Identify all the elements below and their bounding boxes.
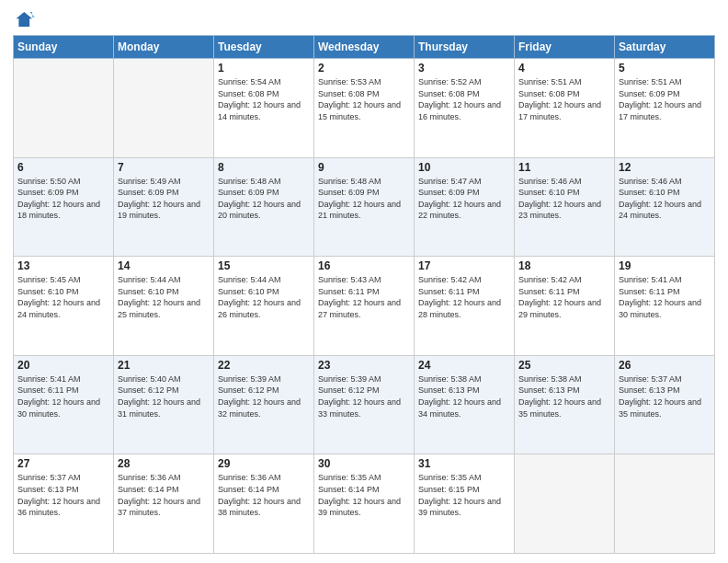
daylight-text: Daylight: 12 hours and 26 minutes. [218, 297, 310, 320]
sunset-text: Sunset: 6:11 PM [518, 286, 610, 298]
day-info: Sunrise: 5:50 AMSunset: 6:09 PMDaylight:… [17, 176, 109, 222]
day-info: Sunrise: 5:48 AMSunset: 6:09 PMDaylight:… [218, 176, 310, 222]
daylight-text: Daylight: 12 hours and 17 minutes. [518, 99, 610, 122]
calendar-cell: 3Sunrise: 5:52 AMSunset: 6:08 PMDaylight… [415, 59, 515, 158]
sunset-text: Sunset: 6:08 PM [318, 88, 410, 100]
sunrise-text: Sunrise: 5:47 AM [418, 176, 510, 188]
day-number: 20 [17, 359, 109, 372]
daylight-text: Daylight: 12 hours and 30 minutes. [619, 297, 711, 320]
sunrise-text: Sunrise: 5:38 AM [418, 373, 510, 385]
sunset-text: Sunset: 6:15 PM [418, 484, 510, 496]
day-number: 23 [318, 359, 410, 372]
calendar-cell: 12Sunrise: 5:46 AMSunset: 6:10 PMDayligh… [615, 157, 715, 257]
calendar-week-row: 13Sunrise: 5:45 AMSunset: 6:10 PMDayligh… [14, 257, 715, 356]
daylight-text: Daylight: 12 hours and 22 minutes. [418, 199, 510, 222]
sunrise-text: Sunrise: 5:36 AM [118, 472, 210, 484]
day-number: 21 [118, 359, 210, 372]
daylight-text: Daylight: 12 hours and 16 minutes. [418, 99, 510, 122]
sunrise-text: Sunrise: 5:46 AM [518, 176, 610, 188]
daylight-text: Daylight: 12 hours and 24 minutes. [17, 297, 109, 320]
day-info: Sunrise: 5:36 AMSunset: 6:14 PMDaylight:… [118, 472, 210, 518]
day-number: 4 [518, 62, 610, 75]
sunrise-text: Sunrise: 5:36 AM [218, 472, 310, 484]
day-number: 27 [17, 457, 109, 470]
logo-icon [15, 9, 35, 29]
day-info: Sunrise: 5:37 AMSunset: 6:13 PMDaylight:… [619, 373, 711, 419]
calendar-cell: 11Sunrise: 5:46 AMSunset: 6:10 PMDayligh… [515, 157, 615, 257]
daylight-text: Daylight: 12 hours and 27 minutes. [318, 297, 410, 320]
day-info: Sunrise: 5:53 AMSunset: 6:08 PMDaylight:… [318, 76, 410, 122]
day-number: 2 [318, 62, 410, 75]
day-number: 22 [218, 359, 310, 372]
day-info: Sunrise: 5:44 AMSunset: 6:10 PMDaylight:… [218, 274, 310, 320]
day-info: Sunrise: 5:51 AMSunset: 6:08 PMDaylight:… [518, 76, 610, 122]
daylight-text: Daylight: 12 hours and 23 minutes. [518, 199, 610, 222]
day-info: Sunrise: 5:46 AMSunset: 6:10 PMDaylight:… [619, 176, 711, 222]
weekday-header-tuesday: Tuesday [214, 36, 314, 59]
sunrise-text: Sunrise: 5:53 AM [318, 76, 410, 88]
calendar-cell: 20Sunrise: 5:41 AMSunset: 6:11 PMDayligh… [14, 355, 114, 454]
daylight-text: Daylight: 12 hours and 33 minutes. [318, 396, 410, 419]
calendar-cell: 16Sunrise: 5:43 AMSunset: 6:11 PMDayligh… [314, 257, 415, 356]
sunset-text: Sunset: 6:14 PM [318, 484, 410, 496]
sunrise-text: Sunrise: 5:49 AM [118, 176, 210, 188]
day-number: 30 [318, 457, 410, 470]
calendar-cell: 15Sunrise: 5:44 AMSunset: 6:10 PMDayligh… [214, 257, 314, 356]
sunset-text: Sunset: 6:13 PM [518, 385, 610, 396]
day-info: Sunrise: 5:42 AMSunset: 6:11 PMDaylight:… [418, 274, 510, 320]
sunrise-text: Sunrise: 5:42 AM [418, 274, 510, 286]
day-info: Sunrise: 5:51 AMSunset: 6:09 PMDaylight:… [619, 76, 711, 122]
sunrise-text: Sunrise: 5:37 AM [17, 472, 109, 484]
day-info: Sunrise: 5:41 AMSunset: 6:11 PMDaylight:… [619, 274, 711, 320]
day-info: Sunrise: 5:54 AMSunset: 6:08 PMDaylight:… [218, 76, 310, 122]
sunrise-text: Sunrise: 5:40 AM [118, 373, 210, 385]
sunrise-text: Sunrise: 5:39 AM [318, 373, 410, 385]
day-number: 9 [318, 161, 410, 174]
calendar-cell: 14Sunrise: 5:44 AMSunset: 6:10 PMDayligh… [114, 257, 214, 356]
day-info: Sunrise: 5:43 AMSunset: 6:11 PMDaylight:… [318, 274, 410, 320]
daylight-text: Daylight: 12 hours and 35 minutes. [619, 396, 711, 419]
weekday-header-thursday: Thursday [415, 36, 515, 59]
day-number: 3 [418, 62, 510, 75]
day-number: 26 [619, 359, 711, 372]
sunset-text: Sunset: 6:09 PM [218, 187, 310, 199]
sunrise-text: Sunrise: 5:35 AM [418, 472, 510, 484]
day-number: 16 [318, 259, 410, 272]
calendar-week-row: 1Sunrise: 5:54 AMSunset: 6:08 PMDaylight… [14, 59, 715, 158]
day-info: Sunrise: 5:41 AMSunset: 6:11 PMDaylight:… [17, 373, 109, 419]
day-info: Sunrise: 5:47 AMSunset: 6:09 PMDaylight:… [418, 176, 510, 222]
calendar-cell: 18Sunrise: 5:42 AMSunset: 6:11 PMDayligh… [515, 257, 615, 356]
daylight-text: Daylight: 12 hours and 39 minutes. [318, 496, 410, 519]
calendar-cell: 8Sunrise: 5:48 AMSunset: 6:09 PMDaylight… [214, 157, 314, 257]
day-number: 10 [418, 161, 510, 174]
weekday-header-saturday: Saturday [615, 36, 715, 59]
sunrise-text: Sunrise: 5:39 AM [218, 373, 310, 385]
daylight-text: Daylight: 12 hours and 35 minutes. [518, 396, 610, 419]
sunrise-text: Sunrise: 5:52 AM [418, 76, 510, 88]
sunset-text: Sunset: 6:14 PM [118, 484, 210, 496]
sunset-text: Sunset: 6:10 PM [619, 187, 711, 199]
calendar-cell: 22Sunrise: 5:39 AMSunset: 6:12 PMDayligh… [214, 355, 314, 454]
sunset-text: Sunset: 6:13 PM [17, 484, 109, 496]
day-number: 24 [418, 359, 510, 372]
sunset-text: Sunset: 6:09 PM [619, 88, 711, 100]
sunrise-text: Sunrise: 5:41 AM [619, 274, 711, 286]
sunrise-text: Sunrise: 5:44 AM [218, 274, 310, 286]
calendar-cell: 21Sunrise: 5:40 AMSunset: 6:12 PMDayligh… [114, 355, 214, 454]
calendar-cell: 31Sunrise: 5:35 AMSunset: 6:15 PMDayligh… [415, 454, 515, 554]
sunset-text: Sunset: 6:11 PM [318, 286, 410, 298]
sunrise-text: Sunrise: 5:46 AM [619, 176, 711, 188]
day-number: 13 [17, 259, 109, 272]
calendar-cell: 27Sunrise: 5:37 AMSunset: 6:13 PMDayligh… [14, 454, 114, 554]
sunset-text: Sunset: 6:11 PM [418, 286, 510, 298]
sunset-text: Sunset: 6:10 PM [17, 286, 109, 298]
sunrise-text: Sunrise: 5:37 AM [619, 373, 711, 385]
calendar-cell: 13Sunrise: 5:45 AMSunset: 6:10 PMDayligh… [14, 257, 114, 356]
sunset-text: Sunset: 6:08 PM [418, 88, 510, 100]
day-number: 6 [17, 161, 109, 174]
calendar-cell: 5Sunrise: 5:51 AMSunset: 6:09 PMDaylight… [615, 59, 715, 158]
daylight-text: Daylight: 12 hours and 24 minutes. [619, 199, 711, 222]
calendar-cell: 30Sunrise: 5:35 AMSunset: 6:14 PMDayligh… [314, 454, 415, 554]
calendar-week-row: 6Sunrise: 5:50 AMSunset: 6:09 PMDaylight… [14, 157, 715, 257]
sunrise-text: Sunrise: 5:44 AM [118, 274, 210, 286]
